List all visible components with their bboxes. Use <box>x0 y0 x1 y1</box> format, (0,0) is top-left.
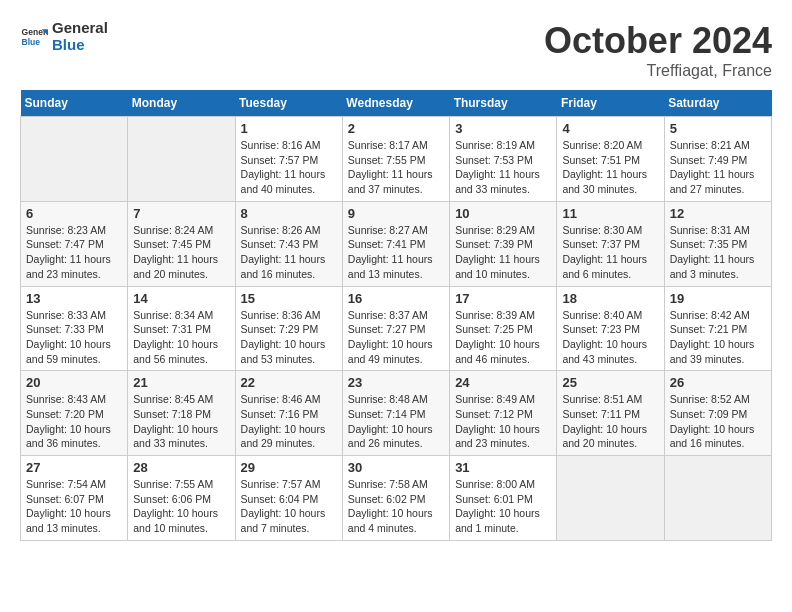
calendar-day-cell: 29Sunrise: 7:57 AM Sunset: 6:04 PM Dayli… <box>235 456 342 541</box>
day-number: 18 <box>562 291 658 306</box>
calendar-day-cell: 28Sunrise: 7:55 AM Sunset: 6:06 PM Dayli… <box>128 456 235 541</box>
day-number: 12 <box>670 206 766 221</box>
weekday-header: Sunday <box>21 90 128 117</box>
calendar-day-cell: 30Sunrise: 7:58 AM Sunset: 6:02 PM Dayli… <box>342 456 449 541</box>
calendar-day-cell: 21Sunrise: 8:45 AM Sunset: 7:18 PM Dayli… <box>128 371 235 456</box>
day-number: 24 <box>455 375 551 390</box>
location: Treffiagat, France <box>544 62 772 80</box>
day-info: Sunrise: 8:20 AM Sunset: 7:51 PM Dayligh… <box>562 138 658 197</box>
day-info: Sunrise: 8:49 AM Sunset: 7:12 PM Dayligh… <box>455 392 551 451</box>
day-info: Sunrise: 8:27 AM Sunset: 7:41 PM Dayligh… <box>348 223 444 282</box>
day-info: Sunrise: 8:48 AM Sunset: 7:14 PM Dayligh… <box>348 392 444 451</box>
weekday-header: Tuesday <box>235 90 342 117</box>
calendar-day-cell: 25Sunrise: 8:51 AM Sunset: 7:11 PM Dayli… <box>557 371 664 456</box>
day-info: Sunrise: 8:51 AM Sunset: 7:11 PM Dayligh… <box>562 392 658 451</box>
day-info: Sunrise: 8:24 AM Sunset: 7:45 PM Dayligh… <box>133 223 229 282</box>
calendar-day-cell: 5Sunrise: 8:21 AM Sunset: 7:49 PM Daylig… <box>664 117 771 202</box>
day-info: Sunrise: 7:58 AM Sunset: 6:02 PM Dayligh… <box>348 477 444 536</box>
calendar-day-cell: 11Sunrise: 8:30 AM Sunset: 7:37 PM Dayli… <box>557 201 664 286</box>
logo: General Blue GeneralBlue <box>20 20 108 53</box>
svg-text:Blue: Blue <box>22 36 41 46</box>
calendar-day-cell: 18Sunrise: 8:40 AM Sunset: 7:23 PM Dayli… <box>557 286 664 371</box>
calendar-week-row: 13Sunrise: 8:33 AM Sunset: 7:33 PM Dayli… <box>21 286 772 371</box>
day-number: 19 <box>670 291 766 306</box>
calendar-day-cell: 20Sunrise: 8:43 AM Sunset: 7:20 PM Dayli… <box>21 371 128 456</box>
weekday-header: Thursday <box>450 90 557 117</box>
day-info: Sunrise: 8:46 AM Sunset: 7:16 PM Dayligh… <box>241 392 337 451</box>
day-info: Sunrise: 8:31 AM Sunset: 7:35 PM Dayligh… <box>670 223 766 282</box>
day-number: 9 <box>348 206 444 221</box>
svg-text:General: General <box>22 27 48 37</box>
day-number: 21 <box>133 375 229 390</box>
day-info: Sunrise: 8:23 AM Sunset: 7:47 PM Dayligh… <box>26 223 122 282</box>
day-number: 15 <box>241 291 337 306</box>
weekday-header: Wednesday <box>342 90 449 117</box>
day-number: 14 <box>133 291 229 306</box>
day-info: Sunrise: 8:29 AM Sunset: 7:39 PM Dayligh… <box>455 223 551 282</box>
day-number: 25 <box>562 375 658 390</box>
day-info: Sunrise: 8:34 AM Sunset: 7:31 PM Dayligh… <box>133 308 229 367</box>
calendar-day-cell: 12Sunrise: 8:31 AM Sunset: 7:35 PM Dayli… <box>664 201 771 286</box>
calendar-day-cell <box>557 456 664 541</box>
day-number: 28 <box>133 460 229 475</box>
day-info: Sunrise: 8:36 AM Sunset: 7:29 PM Dayligh… <box>241 308 337 367</box>
calendar-day-cell: 19Sunrise: 8:42 AM Sunset: 7:21 PM Dayli… <box>664 286 771 371</box>
calendar-day-cell: 14Sunrise: 8:34 AM Sunset: 7:31 PM Dayli… <box>128 286 235 371</box>
month-title: October 2024 <box>544 20 772 62</box>
day-number: 5 <box>670 121 766 136</box>
calendar-day-cell <box>128 117 235 202</box>
page-header: General Blue GeneralBlue October 2024 Tr… <box>20 20 772 80</box>
day-info: Sunrise: 8:00 AM Sunset: 6:01 PM Dayligh… <box>455 477 551 536</box>
day-number: 31 <box>455 460 551 475</box>
day-number: 23 <box>348 375 444 390</box>
calendar-day-cell: 26Sunrise: 8:52 AM Sunset: 7:09 PM Dayli… <box>664 371 771 456</box>
calendar-day-cell: 17Sunrise: 8:39 AM Sunset: 7:25 PM Dayli… <box>450 286 557 371</box>
day-info: Sunrise: 7:55 AM Sunset: 6:06 PM Dayligh… <box>133 477 229 536</box>
day-number: 13 <box>26 291 122 306</box>
day-number: 11 <box>562 206 658 221</box>
calendar-day-cell: 22Sunrise: 8:46 AM Sunset: 7:16 PM Dayli… <box>235 371 342 456</box>
day-number: 20 <box>26 375 122 390</box>
calendar-week-row: 6Sunrise: 8:23 AM Sunset: 7:47 PM Daylig… <box>21 201 772 286</box>
calendar-day-cell: 3Sunrise: 8:19 AM Sunset: 7:53 PM Daylig… <box>450 117 557 202</box>
weekday-header: Monday <box>128 90 235 117</box>
day-number: 22 <box>241 375 337 390</box>
weekday-header: Friday <box>557 90 664 117</box>
calendar-day-cell <box>664 456 771 541</box>
day-info: Sunrise: 8:40 AM Sunset: 7:23 PM Dayligh… <box>562 308 658 367</box>
day-number: 27 <box>26 460 122 475</box>
calendar-week-row: 27Sunrise: 7:54 AM Sunset: 6:07 PM Dayli… <box>21 456 772 541</box>
day-number: 30 <box>348 460 444 475</box>
day-info: Sunrise: 8:33 AM Sunset: 7:33 PM Dayligh… <box>26 308 122 367</box>
calendar-day-cell: 23Sunrise: 8:48 AM Sunset: 7:14 PM Dayli… <box>342 371 449 456</box>
logo-text: GeneralBlue <box>52 20 108 53</box>
calendar-day-cell: 31Sunrise: 8:00 AM Sunset: 6:01 PM Dayli… <box>450 456 557 541</box>
day-number: 8 <box>241 206 337 221</box>
day-number: 10 <box>455 206 551 221</box>
day-info: Sunrise: 8:16 AM Sunset: 7:57 PM Dayligh… <box>241 138 337 197</box>
day-number: 3 <box>455 121 551 136</box>
calendar-day-cell: 2Sunrise: 8:17 AM Sunset: 7:55 PM Daylig… <box>342 117 449 202</box>
calendar-day-cell: 27Sunrise: 7:54 AM Sunset: 6:07 PM Dayli… <box>21 456 128 541</box>
calendar-day-cell: 16Sunrise: 8:37 AM Sunset: 7:27 PM Dayli… <box>342 286 449 371</box>
calendar-day-cell: 10Sunrise: 8:29 AM Sunset: 7:39 PM Dayli… <box>450 201 557 286</box>
calendar-day-cell: 24Sunrise: 8:49 AM Sunset: 7:12 PM Dayli… <box>450 371 557 456</box>
calendar-day-cell: 4Sunrise: 8:20 AM Sunset: 7:51 PM Daylig… <box>557 117 664 202</box>
calendar-day-cell: 15Sunrise: 8:36 AM Sunset: 7:29 PM Dayli… <box>235 286 342 371</box>
day-number: 7 <box>133 206 229 221</box>
day-number: 29 <box>241 460 337 475</box>
calendar-day-cell: 9Sunrise: 8:27 AM Sunset: 7:41 PM Daylig… <box>342 201 449 286</box>
day-info: Sunrise: 7:54 AM Sunset: 6:07 PM Dayligh… <box>26 477 122 536</box>
day-info: Sunrise: 8:42 AM Sunset: 7:21 PM Dayligh… <box>670 308 766 367</box>
day-info: Sunrise: 8:39 AM Sunset: 7:25 PM Dayligh… <box>455 308 551 367</box>
day-info: Sunrise: 7:57 AM Sunset: 6:04 PM Dayligh… <box>241 477 337 536</box>
weekday-header: Saturday <box>664 90 771 117</box>
title-block: October 2024 Treffiagat, France <box>544 20 772 80</box>
weekday-header-row: SundayMondayTuesdayWednesdayThursdayFrid… <box>21 90 772 117</box>
day-info: Sunrise: 8:45 AM Sunset: 7:18 PM Dayligh… <box>133 392 229 451</box>
calendar-week-row: 20Sunrise: 8:43 AM Sunset: 7:20 PM Dayli… <box>21 371 772 456</box>
calendar-day-cell <box>21 117 128 202</box>
day-info: Sunrise: 8:21 AM Sunset: 7:49 PM Dayligh… <box>670 138 766 197</box>
calendar-day-cell: 7Sunrise: 8:24 AM Sunset: 7:45 PM Daylig… <box>128 201 235 286</box>
day-number: 1 <box>241 121 337 136</box>
